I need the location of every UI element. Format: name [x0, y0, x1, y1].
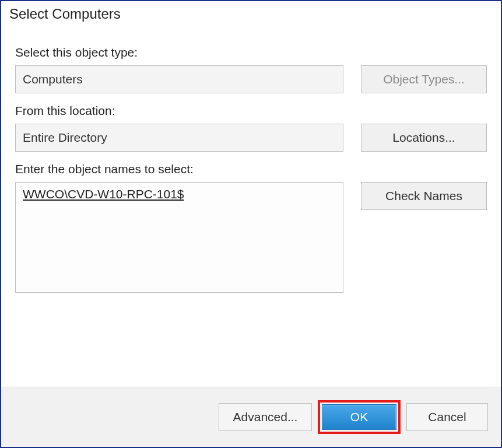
ok-highlight: OK	[318, 400, 401, 434]
dialog-content: Select this object type: Computers Objec…	[1, 24, 501, 387]
dialog-footer: Advanced... OK Cancel	[1, 387, 501, 447]
object-names-label: Enter the object names to select:	[15, 162, 487, 176]
select-computers-dialog: Select Computers Select this object type…	[0, 0, 502, 448]
locations-button[interactable]: Locations...	[361, 124, 487, 152]
location-label: From this location:	[15, 104, 487, 118]
check-names-button[interactable]: Check Names	[361, 182, 487, 210]
object-type-field: Computers	[15, 65, 343, 93]
cancel-button[interactable]: Cancel	[406, 403, 488, 431]
dialog-title: Select Computers	[1, 1, 501, 24]
object-names-input[interactable]: WWCO\CVD-W10-RPC-101$	[15, 182, 343, 293]
resolved-name: WWCO\CVD-W10-RPC-101$	[23, 187, 184, 201]
object-types-button[interactable]: Object Types...	[361, 65, 487, 93]
ok-button[interactable]: OK	[322, 404, 396, 430]
location-field: Entire Directory	[15, 124, 343, 152]
object-type-label: Select this object type:	[15, 46, 487, 60]
advanced-button[interactable]: Advanced...	[219, 403, 312, 431]
